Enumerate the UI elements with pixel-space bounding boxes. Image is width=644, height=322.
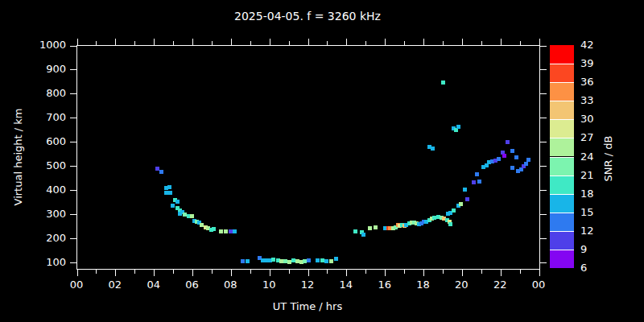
data-point xyxy=(324,259,328,263)
x-tick xyxy=(192,39,193,45)
x-tick-label: 14 xyxy=(330,279,362,291)
y-tick xyxy=(70,142,76,142)
data-point xyxy=(463,188,467,192)
data-point xyxy=(361,233,365,237)
data-point xyxy=(175,200,180,204)
data-point xyxy=(159,170,163,174)
x-tick xyxy=(270,39,270,45)
colorbar-tick-label: 36 xyxy=(580,76,608,88)
x-tick xyxy=(77,39,78,45)
colorbar-divider xyxy=(550,157,574,158)
y-tick xyxy=(540,118,547,118)
x-minor-tick xyxy=(520,41,521,45)
x-minor-tick xyxy=(173,41,174,45)
x-minor-tick xyxy=(443,270,444,274)
colorbar-tick-label: 21 xyxy=(580,169,608,181)
colorbar-segment xyxy=(550,213,574,231)
x-tick xyxy=(231,270,232,276)
y-tick-label: 700 xyxy=(22,111,66,123)
colorbar-divider xyxy=(550,194,574,195)
y-tick xyxy=(70,166,76,167)
x-tick xyxy=(385,270,386,276)
y-tick xyxy=(540,262,547,263)
x-tick-label: 16 xyxy=(369,279,401,291)
x-tick xyxy=(462,39,463,45)
data-point xyxy=(475,172,479,176)
data-point xyxy=(502,154,506,158)
y-tick xyxy=(70,214,76,215)
y-tick xyxy=(540,166,547,167)
data-point xyxy=(287,260,291,264)
y-tick-label: 600 xyxy=(22,135,66,147)
colorbar-segment xyxy=(550,82,574,101)
plot-area xyxy=(76,45,540,270)
y-tick-label: 200 xyxy=(22,232,66,244)
x-minor-tick xyxy=(443,41,444,45)
data-point xyxy=(465,197,469,201)
x-minor-tick xyxy=(481,270,482,274)
x-tick-label: 06 xyxy=(176,279,208,291)
y-tick-label: 1000 xyxy=(22,39,66,51)
chart-title: 2025-04-05. f = 3260 kHz xyxy=(76,10,539,23)
x-tick-label: 00 xyxy=(522,279,555,291)
colorbar-segment xyxy=(550,250,574,268)
colorbar-divider xyxy=(550,213,574,213)
colorbar-segment xyxy=(550,194,574,213)
x-tick-label: 02 xyxy=(99,279,131,291)
x-tick-label: 18 xyxy=(407,279,440,291)
x-minor-tick xyxy=(365,270,366,274)
data-point xyxy=(155,167,159,171)
colorbar-divider xyxy=(550,175,574,176)
x-tick-label: 04 xyxy=(138,279,170,291)
y-tick-label: 100 xyxy=(22,256,66,268)
x-tick xyxy=(154,39,155,45)
x-minor-tick xyxy=(327,41,328,45)
y-tick xyxy=(70,262,76,263)
data-point xyxy=(224,229,228,233)
data-point xyxy=(168,191,172,195)
colorbar-tick-label: 39 xyxy=(580,57,608,69)
colorbar-divider xyxy=(550,250,574,250)
colorbar-tick-label: 33 xyxy=(580,94,608,106)
x-minor-tick xyxy=(212,270,213,274)
y-tick xyxy=(540,190,547,191)
data-point xyxy=(452,208,456,213)
data-point xyxy=(368,226,372,230)
data-point xyxy=(456,125,460,129)
colorbar-tick-label: 15 xyxy=(580,206,608,218)
data-point xyxy=(167,185,171,189)
data-point xyxy=(497,157,501,161)
data-point xyxy=(171,204,175,208)
data-point xyxy=(246,259,250,263)
x-minor-tick xyxy=(520,270,521,274)
y-tick-label: 400 xyxy=(22,184,66,196)
colorbar-tick-label: 27 xyxy=(580,131,608,143)
x-tick xyxy=(462,270,463,276)
x-tick-label: 12 xyxy=(291,279,324,291)
x-minor-tick xyxy=(134,270,135,274)
x-minor-tick xyxy=(96,270,97,274)
data-point xyxy=(514,155,518,159)
chart-figure: 2025-04-05. f = 3260 kHz Virtual height … xyxy=(0,0,644,322)
colorbar-segment xyxy=(550,138,574,156)
colorbar-segment xyxy=(550,119,574,138)
x-minor-tick xyxy=(173,270,174,274)
x-tick xyxy=(77,270,78,276)
x-tick xyxy=(501,270,502,276)
x-minor-tick xyxy=(289,41,290,45)
data-point xyxy=(190,214,194,218)
data-point xyxy=(374,225,378,229)
x-minor-tick xyxy=(481,41,482,45)
colorbar-segment xyxy=(550,64,574,82)
x-tick xyxy=(539,270,540,276)
y-tick-label: 800 xyxy=(22,87,66,99)
data-point xyxy=(524,162,528,166)
y-tick xyxy=(70,93,76,94)
x-tick-label: 22 xyxy=(484,279,516,291)
x-minor-tick xyxy=(212,41,213,45)
x-minor-tick xyxy=(250,270,251,274)
data-point xyxy=(329,259,333,263)
data-point xyxy=(353,229,357,233)
x-tick-label: 10 xyxy=(253,279,285,291)
data-point xyxy=(477,180,481,184)
